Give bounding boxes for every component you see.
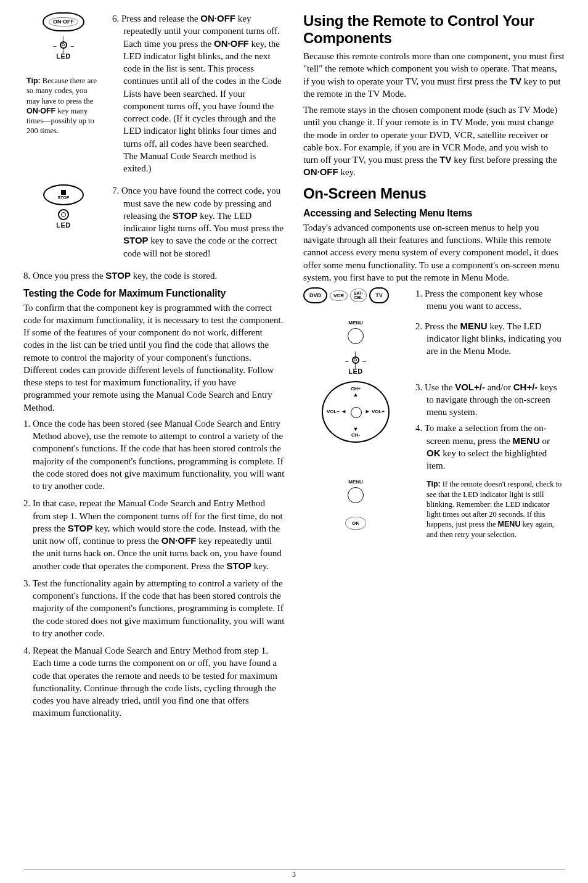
dvd-key-icon: DVD: [303, 287, 327, 303]
menu-label: MENU: [348, 320, 363, 326]
test-step-4: 4. Repeat the Manual Code Search and Ent…: [23, 644, 285, 720]
menu-step-2: 2. Press the MENU key. The LED indicator…: [415, 320, 565, 358]
onoff-button-icon: ON·OFF: [43, 12, 84, 31]
para-testing-intro: To confirm that the component key is pro…: [23, 302, 285, 414]
para-accessing-intro: Today's advanced components use on-scree…: [303, 221, 565, 284]
onoff-label: ON·OFF: [49, 17, 78, 27]
stop-square-icon: [61, 190, 66, 195]
test-step-1: 1. Once the code has been stored (see Ma…: [23, 417, 285, 493]
sat-cbl-key-icon: SAT·CBL: [350, 289, 367, 302]
right-column: Using the Remote to Control Your Compone…: [303, 12, 565, 725]
tv-key-icon: TV: [369, 287, 389, 303]
left-column: ON·OFF | | – – LED Tip: Because there ar…: [23, 12, 285, 725]
para-using-2: The remote stays in the chosen component…: [303, 104, 565, 179]
heading-accessing: Accessing and Selecting Menu Items: [303, 207, 565, 220]
menu-step-1: 1. Press the component key whose menu yo…: [415, 287, 565, 313]
heading-using-remote: Using the Remote to Control Your Compone…: [303, 12, 565, 46]
stop-button-icon: STOP: [43, 184, 84, 205]
nav-center-icon: [351, 407, 362, 418]
step-8: 8. Once you press the STOP key, the code…: [23, 269, 285, 282]
vol-minus-label: VOL− ◄: [327, 408, 346, 414]
heading-testing: Testing the Code for Maximum Functionali…: [23, 287, 285, 300]
led-icon: | | – – LED: [56, 38, 71, 60]
test-step-3: 3. Test the functionality again by attem…: [23, 577, 285, 639]
ch-minus-label: ▼CH-: [323, 426, 388, 438]
menu-button-icon: [348, 328, 364, 344]
para-using-1: Because this remote controls more than o…: [303, 50, 565, 100]
ch-plus-label: CH+▲: [323, 386, 388, 398]
menu-step-4: 4. To make a selection from the on-scree…: [415, 422, 565, 472]
menu-label-2: MENU: [348, 479, 363, 485]
vol-plus-label: ► VOL+: [365, 408, 385, 414]
led-ring-icon: [58, 209, 69, 220]
heading-onscreen-menus: On-Screen Menus: [303, 185, 565, 202]
test-step-2: 2. In that case, repeat the Manual Code …: [23, 497, 285, 572]
led-label-2: LED: [56, 221, 71, 229]
menu-step-3: 3. Use the VOL+/- and/or CH+/- keys to n…: [415, 381, 565, 419]
stop-label: STOP: [58, 195, 70, 200]
ok-button-icon: OK: [345, 517, 366, 530]
step-7: 7. Once you have found the correct code,…: [112, 184, 285, 260]
tip-remote-not-responding: Tip: If the remote doesn't respond, chec…: [427, 479, 565, 540]
menu-button-icon-2: [348, 487, 364, 503]
nav-pad-icon: CH+▲ ▼CH- VOL− ◄ ► VOL+: [322, 381, 390, 443]
tip-many-codes: Tip: Because there are so many codes, yo…: [27, 76, 100, 136]
vcr-key-icon: VCR: [330, 290, 348, 301]
step-6: 6. Press and release the ON·OFF key repe…: [112, 12, 285, 175]
led-icon-2: | | – – LED: [348, 353, 363, 375]
page-number: 3: [0, 869, 588, 879]
